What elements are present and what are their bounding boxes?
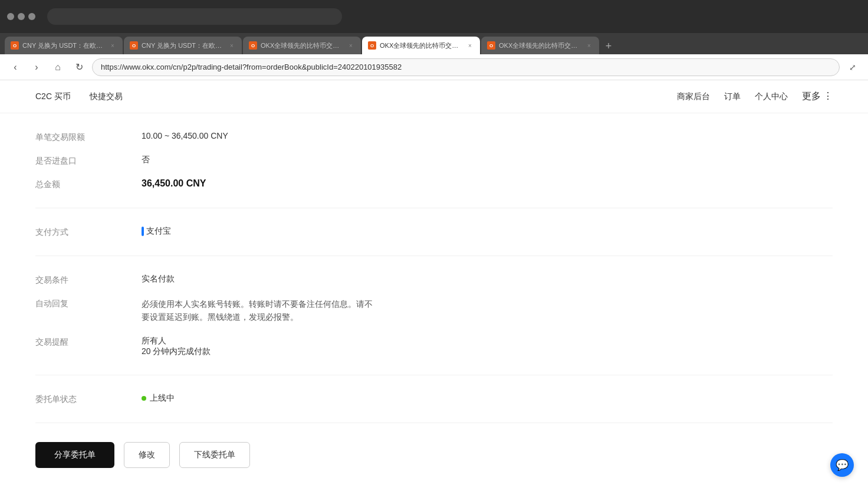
nav-c2c-buy[interactable]: C2C 买币	[35, 91, 71, 102]
tab-title-1: CNY 兑换为 USDT：在欧易C2C...	[22, 41, 105, 50]
tab-favicon-5: O	[487, 41, 495, 50]
auto-reply-row: 自动回复 必须使用本人实名账号转账。转账时请不要备注任何信息。请不要设置延迟到账…	[35, 292, 833, 330]
per-trade-row: 单笔交易限额 10.00 ~ 36,450.00 CNY	[35, 125, 833, 149]
nav-more[interactable]: 更多 ⋮	[802, 90, 833, 103]
refresh-button[interactable]: ↻	[71, 59, 87, 76]
tab-close-4[interactable]: ×	[466, 41, 474, 50]
condition-row: 交易条件 实名付款	[35, 268, 833, 292]
back-button[interactable]: ‹	[7, 59, 24, 76]
payment-method: 支付宝	[142, 226, 171, 237]
share-order-button[interactable]: 分享委托单	[35, 442, 114, 468]
tab-favicon-1: O	[11, 41, 19, 50]
payment-section: 支付方式 支付宝	[35, 208, 833, 256]
page-header: C2C 买币 快捷交易 商家后台 订单 个人中心 更多 ⋮	[0, 80, 868, 113]
order-status-value: 上线中	[142, 393, 175, 404]
payment-dot	[142, 227, 144, 236]
payment-label: 支付方式	[35, 226, 142, 238]
navigation-bar: ‹ › ⌂ ↻ https://www.okx.com/cn/p2p/tradi…	[0, 54, 868, 80]
total-value: 36,450.00 CNY	[142, 178, 833, 189]
reminder-value: 所有人 20 分钟内完成付款	[142, 336, 833, 357]
payment-method-name: 支付宝	[146, 226, 171, 237]
tab-title-2: CNY 兑换为 USDT：在欧易C2C...	[142, 41, 224, 50]
tab-close-1[interactable]: ×	[108, 41, 117, 50]
chat-fab-button[interactable]: 💬	[830, 453, 854, 477]
tab-title-4: OKX全球领先的比特币交易平台...	[380, 41, 462, 50]
entry-label: 是否进盘口	[35, 155, 142, 166]
entry-value: 否	[142, 155, 833, 165]
auto-reply-value: 必须使用本人实名账号转账。转账时请不要备注任何信息。请不要设置延迟到账。黑钱绕道…	[142, 297, 377, 324]
reminder-label: 交易提醒	[35, 336, 142, 348]
tab-1[interactable]: O CNY 兑换为 USDT：在欧易C2C... ×	[5, 37, 123, 54]
order-status-row: 委托单状态 上线中	[35, 387, 833, 411]
reminder-row: 交易提醒 所有人 20 分钟内完成付款	[35, 330, 833, 363]
auto-reply-label: 自动回复	[35, 297, 142, 309]
tab-title-5: OKX全球领先的比特币交易平台...	[499, 41, 581, 50]
header-nav-right: 商家后台 订单 个人中心 更多 ⋮	[677, 90, 833, 103]
traffic-light-minimize[interactable]	[18, 13, 25, 20]
tab-close-3[interactable]: ×	[347, 41, 355, 50]
total-label: 总金额	[35, 178, 142, 190]
order-status-text: 上线中	[150, 393, 175, 404]
nav-personal-center[interactable]: 个人中心	[755, 91, 788, 102]
tab-close-5[interactable]: ×	[585, 41, 593, 50]
offline-button[interactable]: 下线委托单	[179, 442, 250, 468]
forward-button[interactable]: ›	[28, 59, 45, 76]
page-content: 单笔交易限额 10.00 ~ 36,450.00 CNY 是否进盘口 否 总金额…	[0, 113, 868, 491]
tab-bar: O CNY 兑换为 USDT：在欧易C2C... × O CNY 兑换为 USD…	[0, 33, 868, 54]
header-nav-left: C2C 买币 快捷交易	[35, 91, 123, 102]
per-trade-label: 单笔交易限额	[35, 131, 142, 143]
action-buttons: 分享委托单 修改 下线委托单	[35, 423, 833, 491]
url-text: https://www.okx.com/cn/p2p/trading-detai…	[101, 63, 402, 71]
chat-icon: 💬	[836, 459, 849, 472]
reminder-line1: 所有人	[142, 336, 833, 346]
tab-favicon-2: O	[130, 41, 138, 50]
address-bar-chrome	[47, 8, 342, 25]
order-status-label: 委托单状态	[35, 393, 142, 405]
condition-label: 交易条件	[35, 274, 142, 286]
traffic-light-close[interactable]	[7, 13, 14, 20]
tab-2[interactable]: O CNY 兑换为 USDT：在欧易C2C... ×	[124, 37, 242, 54]
browser-chrome	[0, 0, 868, 33]
url-bar[interactable]: https://www.okx.com/cn/p2p/trading-detai…	[92, 58, 840, 76]
nav-quick-trade[interactable]: 快捷交易	[90, 91, 123, 102]
order-status-section: 委托单状态 上线中	[35, 375, 833, 423]
tab-close-2[interactable]: ×	[228, 41, 236, 50]
tab-3[interactable]: O OKX全球领先的比特币交易平台... ×	[243, 37, 361, 54]
transaction-info-section: 单笔交易限额 10.00 ~ 36,450.00 CNY 是否进盘口 否 总金额…	[35, 113, 833, 208]
payment-row: 支付方式 支付宝	[35, 220, 833, 244]
tab-favicon-3: O	[249, 41, 257, 50]
tab-5[interactable]: O OKX全球领先的比特币交易平台... ×	[481, 37, 599, 54]
tab-4[interactable]: O OKX全球领先的比特币交易平台... ×	[362, 37, 480, 54]
per-trade-value: 10.00 ~ 36,450.00 CNY	[142, 131, 833, 140]
traffic-lights	[7, 13, 35, 20]
tab-title-3: OKX全球领先的比特币交易平台...	[261, 41, 343, 50]
traffic-light-maximize[interactable]	[28, 13, 35, 20]
reminder-line2: 20 分钟内完成付款	[142, 346, 833, 357]
condition-value: 实名付款	[142, 274, 833, 284]
edit-button[interactable]: 修改	[124, 442, 170, 468]
trade-conditions-section: 交易条件 实名付款 自动回复 必须使用本人实名账号转账。转账时请不要备注任何信息…	[35, 256, 833, 375]
entry-row: 是否进盘口 否	[35, 149, 833, 172]
status-dot-online	[142, 396, 146, 401]
nav-merchant-backend[interactable]: 商家后台	[677, 91, 710, 102]
home-button[interactable]: ⌂	[50, 59, 66, 76]
total-row: 总金额 36,450.00 CNY	[35, 172, 833, 196]
expand-button[interactable]: ⤢	[844, 59, 861, 76]
new-tab-button[interactable]: +	[600, 38, 617, 54]
tab-favicon-4: O	[368, 41, 376, 50]
nav-orders[interactable]: 订单	[724, 91, 741, 102]
